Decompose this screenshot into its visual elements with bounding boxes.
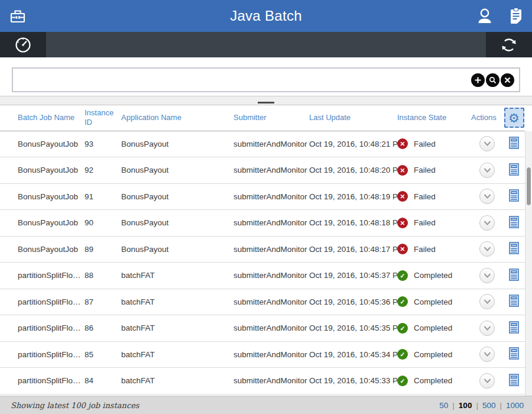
cell-submitter: submitterAndMonitor (233, 183, 309, 210)
cell-application-name: BonusPayout (121, 210, 233, 237)
clear-icon[interactable] (501, 73, 514, 87)
col-batch-job-name[interactable]: Batch Job Name (0, 105, 85, 131)
state-label: Failed (414, 218, 436, 227)
view-log-icon[interactable] (509, 242, 519, 254)
cell-application-name: batchFAT (121, 289, 233, 315)
cell-submitter: submitterAndMonitor (233, 289, 309, 315)
refresh-icon[interactable] (486, 32, 532, 57)
add-filter-icon[interactable] (471, 73, 485, 87)
state-icon: ✓ (397, 323, 408, 334)
page-size-selector: 50 | 100 | 500 | 1000 (439, 401, 524, 410)
page-size-500[interactable]: 500 (482, 401, 496, 410)
page-size-1000[interactable]: 1000 (506, 401, 524, 410)
view-log-icon[interactable] (509, 137, 519, 149)
table-row: partitionSplitFlo… 85 batchFAT submitter… (0, 341, 525, 368)
view-log-icon[interactable] (509, 347, 519, 360)
cell-view-log (503, 263, 525, 289)
state-label: Failed (414, 192, 436, 201)
dashboard-gauge-icon[interactable] (0, 32, 46, 57)
cell-actions (471, 183, 503, 210)
cell-submitter: submitterAndMonitor (233, 131, 309, 157)
scrollbar-thumb[interactable] (526, 167, 531, 206)
gear-icon[interactable]: ⚙ (504, 108, 524, 128)
actions-expand-button[interactable] (479, 136, 495, 151)
view-log-icon[interactable] (509, 216, 519, 228)
view-log-icon[interactable] (509, 295, 519, 307)
cell-last-update: Oct 19, 2016, 10:45:37 PM (309, 263, 397, 289)
state-label: Failed (414, 166, 436, 174)
actions-expand-button[interactable] (479, 373, 495, 389)
actions-expand-button[interactable] (479, 294, 495, 309)
table-row: partitionSplitFlo… 86 batchFAT submitter… (0, 315, 525, 342)
cell-application-name: BonusPayout (121, 157, 233, 184)
search-icon[interactable] (486, 73, 499, 87)
col-instance-state[interactable]: Instance State (397, 105, 471, 131)
actions-expand-button[interactable] (479, 215, 495, 231)
vertical-scrollbar[interactable] (525, 131, 532, 396)
cell-instance-state: ✓ Completed (397, 368, 471, 394)
cell-batch-job-name: partitionSplitFlo… (0, 289, 85, 315)
cell-view-log (503, 157, 525, 184)
cell-submitter: submitterAndMonitor (233, 210, 309, 237)
col-application-name[interactable]: Application Name (121, 105, 233, 131)
view-log-icon[interactable] (509, 189, 519, 202)
pager-separator: | (499, 401, 502, 410)
pager-separator: | (476, 401, 478, 410)
view-log-icon[interactable] (509, 269, 519, 281)
actions-expand-button[interactable] (479, 347, 495, 362)
cell-instance-id: 87 (85, 289, 121, 315)
cell-batch-job-name: partitionSplitFlo… (0, 368, 85, 394)
cell-instance-state: ✓ Completed (397, 341, 471, 368)
splitter-drag-handle[interactable] (258, 102, 274, 104)
actions-expand-button[interactable] (479, 268, 495, 283)
search-input[interactable] (19, 69, 470, 91)
col-submitter[interactable]: Submitter (233, 105, 309, 131)
cell-view-log (503, 210, 525, 237)
actions-expand-button[interactable] (479, 321, 495, 336)
state-label: Completed (414, 350, 452, 359)
state-icon: ✓ (397, 270, 408, 281)
page-size-100[interactable]: 100 (459, 401, 472, 410)
view-log-icon[interactable] (509, 321, 519, 334)
cell-last-update: Oct 19, 2016, 10:45:34 PM (309, 341, 397, 368)
cell-instance-state: ✕ Failed (397, 131, 471, 157)
search-panel (0, 57, 532, 96)
state-label: Completed (414, 271, 452, 280)
cell-actions (471, 368, 503, 394)
cell-view-log (503, 289, 525, 315)
page-size-50[interactable]: 50 (439, 401, 448, 410)
cell-application-name: batchFAT (121, 368, 233, 394)
col-last-update[interactable]: Last Update (309, 105, 397, 131)
state-icon: ✓ (397, 296, 408, 307)
clipboard-icon[interactable] (508, 7, 524, 25)
cell-last-update: Oct 19, 2016, 10:48:18 PM (309, 210, 397, 237)
search-box (12, 67, 520, 92)
cell-submitter: submitterAndMonitor (233, 263, 309, 289)
actions-expand-button[interactable] (479, 189, 495, 204)
cell-view-log (503, 183, 525, 210)
cell-view-log (503, 368, 525, 394)
table-row: partitionSplitFlo… 84 batchFAT submitter… (0, 368, 525, 394)
cell-instance-id: 91 (85, 183, 121, 210)
col-instance-id[interactable]: Instance ID (85, 105, 121, 131)
cell-submitter: submitterAndMonitor (233, 315, 309, 342)
cell-actions (471, 341, 503, 368)
cell-instance-id: 84 (85, 368, 121, 394)
col-actions[interactable]: Actions (471, 105, 503, 131)
view-log-icon[interactable] (509, 374, 519, 386)
cell-instance-id: 86 (85, 315, 121, 342)
cell-last-update: Oct 19, 2016, 10:48:21 PM (309, 131, 397, 157)
user-icon[interactable] (476, 8, 493, 24)
cell-actions (471, 210, 503, 237)
view-log-icon[interactable] (509, 163, 519, 176)
table-header-row: Batch Job Name Instance ID Application N… (0, 105, 525, 131)
status-text: Showing latest 100 job instances (11, 401, 140, 410)
actions-expand-button[interactable] (479, 163, 495, 178)
actions-expand-button[interactable] (479, 241, 495, 257)
table-row: BonusPayoutJob 92 BonusPayout submitterA… (0, 157, 525, 184)
cell-submitter: submitterAndMonitor (233, 236, 309, 263)
toolbox-icon[interactable] (8, 7, 27, 25)
cell-application-name: batchFAT (121, 263, 233, 289)
status-footer: Showing latest 100 job instances 50 | 10… (0, 396, 532, 414)
cell-last-update: Oct 19, 2016, 10:45:33 PM (309, 368, 397, 394)
